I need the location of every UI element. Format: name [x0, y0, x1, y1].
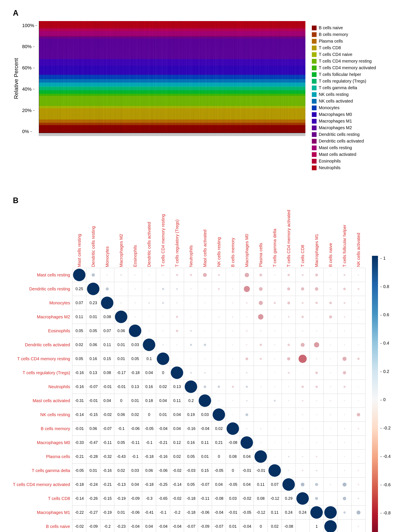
- matrix-cell: [226, 422, 240, 436]
- matrix-cell: [226, 366, 240, 380]
- matrix-cell: [184, 338, 198, 352]
- legend-label: Macrophages M0: [319, 112, 352, 117]
- matrix-cell: [324, 296, 338, 310]
- matrix-cell: -0.47: [86, 436, 100, 450]
- col-header: B cells naive: [328, 242, 333, 267]
- matrix-cell: -0.02: [170, 464, 184, 477]
- legend-item: Macrophages M2: [312, 125, 376, 130]
- matrix-cell: [338, 352, 352, 366]
- matrix-cell: [114, 296, 128, 310]
- matrix-cell: 0: [226, 464, 240, 477]
- matrix-cell: [268, 310, 282, 324]
- legend-swatch: [312, 159, 316, 164]
- matrix-cell: [240, 408, 254, 422]
- matrix-cell: -0.16: [72, 380, 86, 394]
- matrix-cell: [338, 394, 352, 408]
- matrix-cell: 0.24: [282, 505, 296, 519]
- matrix-cell: [142, 268, 156, 282]
- matrix-cell: [338, 380, 352, 394]
- matrix-cell: 1: [310, 519, 324, 532]
- matrix-cell: 0.01: [198, 450, 212, 464]
- col-header: Eosinophils: [133, 244, 138, 267]
- matrix-cell: 0.06: [114, 408, 128, 422]
- legend-item: T cells regulatory (Tregs): [312, 79, 376, 84]
- matrix-cell: -0.01: [86, 394, 100, 408]
- row-header: B cells memory: [13, 422, 72, 436]
- yaxis-tick: 100%: [22, 23, 37, 28]
- legend-item: NK cells resting: [312, 92, 376, 97]
- legend-swatch: [312, 99, 316, 104]
- row-header: T cells regulatory (Tregs): [13, 366, 72, 380]
- legend-swatch: [312, 39, 316, 44]
- matrix-cell: [324, 338, 338, 352]
- matrix-cell: [114, 268, 128, 282]
- matrix-cell: [352, 352, 366, 366]
- colorbar-tick: 0.4: [380, 341, 391, 346]
- matrix-cell: [226, 310, 240, 324]
- legend-item: B cells naive: [312, 25, 376, 30]
- matrix-cell: [198, 394, 212, 408]
- matrix-cell: [198, 282, 212, 296]
- matrix-cell: [282, 464, 296, 477]
- matrix-cell: [254, 338, 268, 352]
- matrix-cell: [282, 436, 296, 450]
- legend-item: Neutrophils: [312, 165, 376, 170]
- yaxis-tick: 40%: [22, 86, 37, 92]
- matrix-cell: 0: [156, 366, 170, 380]
- matrix-cell: 0.04: [142, 519, 156, 532]
- correlation-matrix: Mast cells restingDendritic cells restin…: [13, 208, 366, 532]
- matrix-cell: [282, 408, 296, 422]
- matrix-cell: [184, 324, 198, 338]
- matrix-cell: 0.13: [86, 366, 100, 380]
- matrix-cell: -0.15: [100, 491, 114, 505]
- matrix-cell: 0.05: [72, 324, 86, 338]
- col-header: Mast cells activated: [203, 228, 208, 267]
- matrix-cell: -0.11: [100, 436, 114, 450]
- matrix-cell: [352, 380, 366, 394]
- matrix-cell: 0.04: [170, 422, 184, 436]
- matrix-cell: [128, 268, 142, 282]
- matrix-cell: 0.12: [170, 436, 184, 450]
- matrix-cell: [114, 310, 128, 324]
- matrix-cell: -0.1: [142, 436, 156, 450]
- legend-swatch: [312, 66, 316, 70]
- matrix-cell: -0.14: [170, 477, 184, 491]
- matrix-cell: [268, 408, 282, 422]
- matrix-cell: 0.11: [100, 338, 114, 352]
- matrix-cell: -0.2: [100, 519, 114, 532]
- matrix-cell: -0.16: [184, 422, 198, 436]
- matrix-cell: [338, 450, 352, 464]
- matrix-cell: [254, 296, 268, 310]
- matrix-cell: [310, 491, 324, 505]
- row-header: Dendritic cells activated: [13, 338, 72, 352]
- matrix-cell: [156, 338, 170, 352]
- matrix-cell: [296, 380, 310, 394]
- matrix-cell: -0.04: [212, 505, 226, 519]
- matrix-cell: [282, 324, 296, 338]
- matrix-cell: -0.05: [240, 505, 254, 519]
- col-header: Neutrophils: [189, 244, 194, 267]
- matrix-cell: [184, 296, 198, 310]
- panel-a-label: A: [13, 9, 406, 18]
- matrix-cell: [296, 394, 310, 408]
- matrix-cell: [198, 324, 212, 338]
- matrix-cell: [310, 338, 324, 352]
- matrix-cell: 0.07: [100, 324, 114, 338]
- matrix-cell: [324, 436, 338, 450]
- matrix-cell: [310, 268, 324, 282]
- row-header: Macrophages M0: [13, 436, 72, 450]
- matrix-cell: -0.05: [142, 422, 156, 436]
- matrix-cell: [170, 310, 184, 324]
- matrix-cell: -0.06: [128, 505, 142, 519]
- matrix-cell: -0.23: [114, 519, 128, 532]
- col-header: Macrophages M2: [119, 232, 124, 267]
- matrix-cell: [324, 464, 338, 477]
- matrix-cell: -0.04: [156, 422, 170, 436]
- matrix-cell: -0.33: [72, 436, 86, 450]
- matrix-cell: -0.09: [198, 519, 212, 532]
- legend-item: T cells CD4 memory resting: [312, 59, 376, 64]
- matrix-cell: [86, 268, 100, 282]
- matrix-cell: 0.07: [268, 477, 282, 491]
- legend-label: Monocytes: [319, 105, 340, 110]
- matrix-cell: [352, 422, 366, 436]
